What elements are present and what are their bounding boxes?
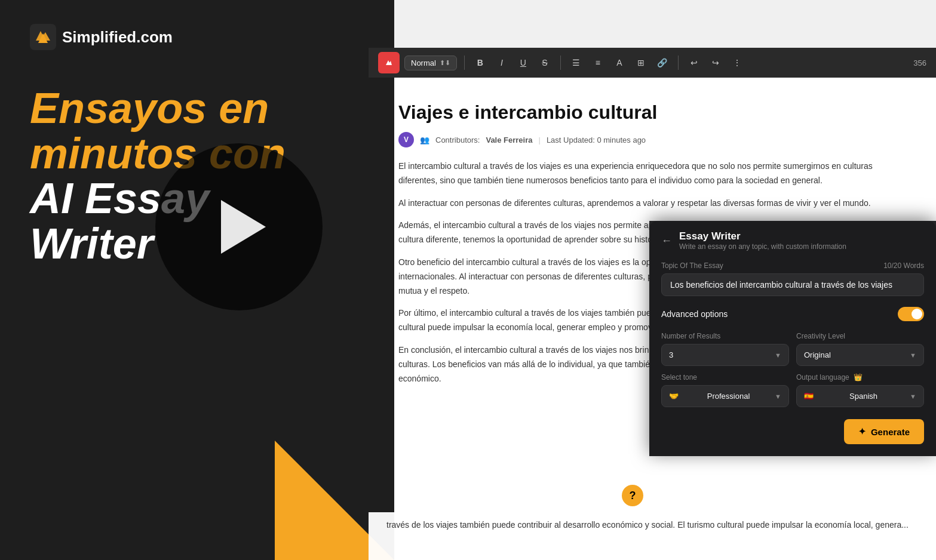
tone-value: Professional [707, 392, 750, 401]
crown-icon: 👑 [854, 373, 863, 381]
undo-button[interactable]: ↩ [686, 54, 702, 71]
language-select[interactable]: 🇪🇸 Spanish ▼ [796, 385, 924, 407]
creativity-label: Creativity Level [796, 332, 924, 340]
toolbar-divider-2 [560, 56, 561, 70]
toolbar-app-icon [378, 52, 400, 73]
bottom-text: través de los viajes también puede contr… [386, 518, 918, 531]
bold-button[interactable]: B [472, 54, 489, 71]
video-play-overlay[interactable] [155, 143, 323, 310]
editor-toolbar: Normal ⬆⬇ B I U S ☰ ≡ A ⊞ 🔗 ↩ ↪ ⋮ 356 [369, 48, 936, 78]
creativity-chevron-icon: ▼ [910, 352, 916, 359]
topic-input[interactable] [661, 273, 924, 296]
more-button[interactable]: ⋮ [729, 54, 745, 71]
topic-section: Topic Of The Essay 10/20 Words [649, 257, 936, 301]
avatar: V [398, 132, 414, 147]
last-updated: Last Updated: 0 minutes ago [547, 136, 646, 144]
generate-icon: ✦ [858, 426, 866, 437]
essay-writer-panel: ← Essay Writer Write an essay on any top… [649, 221, 936, 456]
panel-bottom-row: ✦ Generate [649, 412, 936, 456]
language-label: Output language 👑 [796, 373, 924, 381]
color-button[interactable]: A [611, 54, 628, 71]
num-results-value: 3 [669, 350, 673, 359]
panel-title: Essay Writer [679, 230, 846, 242]
help-button[interactable]: ? [622, 485, 643, 506]
bottom-text-strip: través de los viajes también puede contr… [369, 512, 936, 560]
advanced-options-label: Advanced options [661, 309, 728, 319]
generate-button[interactable]: ✦ Generate [844, 419, 924, 444]
doc-paragraph-1: El intercambio cultural a través de los … [398, 159, 906, 188]
tone-label: Select tone [661, 373, 789, 381]
tone-select[interactable]: 🤝 Professional ▼ [661, 385, 789, 407]
panel-subtitle: Write an essay on any topic, with custom… [679, 242, 846, 251]
tone-emoji: 🤝 [669, 392, 679, 401]
toolbar-divider-3 [678, 56, 679, 70]
generate-label: Generate [871, 427, 910, 437]
num-results-label: Number of Results [661, 332, 789, 340]
options-grid: Number of Results 3 ▼ Creativity Level O… [649, 327, 936, 412]
contributors-icon: 👥 [420, 136, 429, 144]
tone-field: Select tone 🤝 Professional ▼ [661, 373, 789, 407]
underline-button[interactable]: U [515, 54, 532, 71]
creativity-field: Creativity Level Original ▼ [796, 332, 924, 366]
table-button[interactable]: ⊞ [633, 54, 649, 71]
align-button[interactable]: ≡ [590, 54, 606, 71]
tone-chevron-icon: ▼ [775, 393, 781, 400]
advanced-options-row: Advanced options [649, 301, 936, 327]
panel-title-area: Essay Writer Write an essay on any topic… [679, 230, 846, 251]
topic-label: Topic Of The Essay [661, 261, 723, 270]
toolbar-divider-1 [464, 56, 465, 70]
num-results-select[interactable]: 3 ▼ [661, 344, 789, 366]
doc-title: Viajes e intercambio cultural [398, 101, 906, 124]
contributors-label: Contributors: [435, 136, 480, 144]
language-value: Spanish [849, 392, 877, 401]
creativity-select[interactable]: Original ▼ [796, 344, 924, 366]
style-select[interactable]: Normal ⬆⬇ [404, 56, 457, 70]
link-button[interactable]: 🔗 [654, 54, 671, 71]
num-results-chevron-icon: ▼ [775, 352, 781, 359]
redo-button[interactable]: ↪ [707, 54, 724, 71]
brand-name: Simplified.com [62, 28, 173, 47]
doc-meta: V 👥 Contributors: Vale Ferreira | Last U… [398, 132, 906, 147]
brand-logo-icon [30, 24, 56, 50]
word-count: 356 [913, 59, 926, 67]
panel-header: ← Essay Writer Write an essay on any top… [649, 221, 936, 257]
creativity-value: Original [804, 350, 831, 359]
language-field: Output language 👑 🇪🇸 Spanish ▼ [796, 373, 924, 407]
style-chevron-icon: ⬆⬇ [440, 59, 450, 67]
advanced-options-toggle[interactable] [898, 307, 924, 321]
number-of-results-field: Number of Results 3 ▼ [661, 332, 789, 366]
play-icon [221, 200, 266, 254]
italic-button[interactable]: I [493, 54, 510, 71]
hero-line1: Ensayos en [30, 86, 364, 131]
topic-word-count: 10/20 Words [883, 261, 924, 270]
logo-area: Simplified.com [30, 24, 364, 50]
back-button[interactable]: ← [661, 235, 672, 247]
language-chevron-icon: ▼ [910, 393, 916, 400]
style-value: Normal [411, 59, 436, 67]
list-button[interactable]: ☰ [568, 54, 585, 71]
meta-divider: | [538, 136, 540, 144]
topic-label-row: Topic Of The Essay 10/20 Words [661, 261, 924, 270]
strikethrough-button[interactable]: S [536, 54, 553, 71]
language-flag: 🇪🇸 [804, 392, 814, 401]
contributor-name: Vale Ferreira [486, 136, 532, 144]
doc-paragraph-2: Al interactuar con personas de diferente… [398, 196, 906, 211]
